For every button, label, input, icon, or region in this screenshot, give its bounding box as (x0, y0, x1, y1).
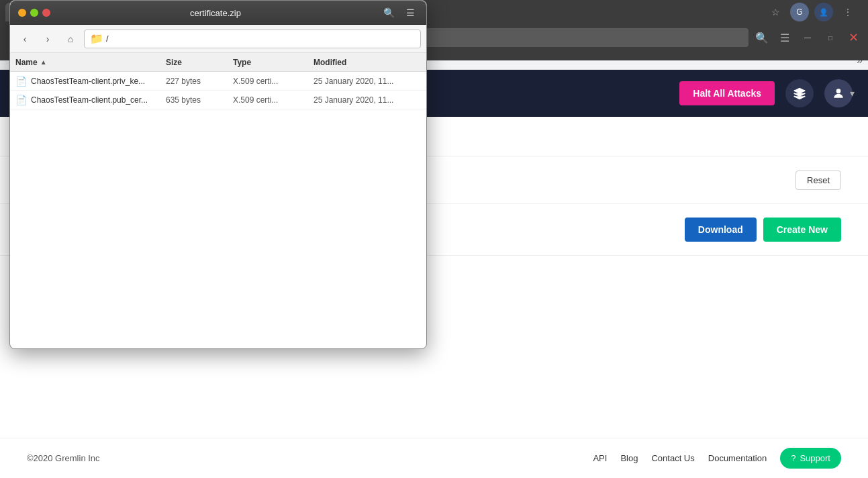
user-avatar-button[interactable] (824, 79, 853, 107)
fm-cell-size-0: 227 bytes (166, 77, 233, 86)
fm-traffic-lights (18, 9, 50, 17)
fm-col-name-label: Name (15, 58, 38, 67)
fm-col-modified-header[interactable]: Modified (314, 58, 421, 67)
fm-nav: ‹ › ⌂ 📁 / (10, 25, 426, 53)
fm-menu-icon[interactable]: ☰ (402, 5, 418, 21)
fm-col-size-label: Size (166, 58, 182, 67)
user-menu-chevron[interactable]: ▾ (850, 88, 855, 99)
star-icon[interactable]: ☆ (766, 3, 785, 21)
fm-cell-type-1: X.509 certi... (233, 95, 314, 105)
fm-location-bar[interactable]: 📁 / (84, 30, 421, 48)
fm-col-type-header[interactable]: Type (233, 58, 314, 67)
documentation-link[interactable]: Documentation (708, 453, 767, 463)
fm-filename-1: ChaosTestTeam-client.pub_cer... (31, 95, 148, 105)
reset-action: Reset (795, 171, 841, 190)
cert-actions: Download Create New (685, 218, 841, 242)
browser-menu-icon[interactable]: ⋮ (838, 3, 857, 21)
fm-search-icon[interactable]: 🔍 (381, 5, 397, 21)
reset-button[interactable]: Reset (795, 171, 841, 190)
fm-close-button[interactable] (42, 9, 50, 17)
blog-link[interactable]: Blog (620, 453, 638, 463)
fm-forward-button[interactable]: › (38, 30, 57, 48)
fm-col-modified-label: Modified (314, 58, 346, 67)
fm-home-button[interactable]: ⌂ (61, 30, 80, 48)
svg-point-6 (836, 89, 841, 93)
fm-window-title: certificate.zip (56, 8, 375, 18)
fm-cell-type-0: X.509 certi... (233, 77, 314, 86)
contact-link[interactable]: Contact Us (651, 453, 694, 463)
fm-cell-modified-0: 25 January 2020, 11... (314, 77, 421, 86)
fm-back-button[interactable]: ‹ (15, 30, 34, 48)
fm-cell-modified-1: 25 January 2020, 11... (314, 95, 421, 105)
sort-arrow-icon: ▲ (40, 58, 47, 66)
fm-cell-name-0: 📄 ChaosTestTeam-client.priv_ke... (15, 76, 166, 87)
fm-cell-size-1: 635 bytes (166, 95, 233, 105)
fm-col-size-header[interactable]: Size (166, 58, 233, 67)
fm-col-name-header[interactable]: Name ▲ (15, 58, 166, 67)
fm-minimize-button[interactable] (18, 9, 26, 17)
fm-file-icon-0: 📄 (15, 76, 27, 87)
file-manager-window: certificate.zip 🔍 ☰ ‹ › ⌂ 📁 / Name ▲ Siz… (9, 0, 427, 349)
create-new-button[interactable]: Create New (763, 218, 841, 242)
support-label: Support (800, 453, 830, 463)
nav-menu-icon[interactable]: ☰ (775, 28, 794, 47)
search-icon[interactable]: 🔍 (753, 28, 771, 47)
profile-avatar[interactable]: G (790, 3, 809, 21)
close-button[interactable]: ✕ (844, 28, 863, 47)
fm-cell-name-1: 📄 ChaosTestTeam-client.pub_cer... (15, 95, 166, 105)
minimize-button[interactable]: ─ (798, 28, 817, 47)
api-link[interactable]: API (593, 453, 607, 463)
maximize-button[interactable]: □ (821, 28, 840, 47)
support-icon: ? (791, 453, 795, 463)
copyright-text: ©2020 Gremlin Inc (27, 453, 100, 463)
fm-maximize-button[interactable] (30, 9, 38, 17)
fm-filename-0: ChaosTestTeam-client.priv_ke... (31, 77, 145, 86)
layers-icon-button[interactable] (785, 79, 814, 107)
page-footer: ©2020 Gremlin Inc API Blog Contact Us Do… (0, 438, 868, 478)
halt-all-attacks-button[interactable]: Halt All Attacks (679, 81, 775, 105)
fm-table-header: Name ▲ Size Type Modified (10, 53, 426, 72)
fm-table-body: 📄 ChaosTestTeam-client.priv_ke... 227 by… (10, 72, 426, 273)
profile-avatar-2[interactable]: 👤 (814, 3, 833, 21)
fm-folder-icon: 📁 (90, 32, 103, 45)
fm-col-type-label: Type (233, 58, 251, 67)
fm-titlebar: certificate.zip 🔍 ☰ (10, 1, 426, 25)
fm-file-icon-1: 📄 (15, 95, 27, 105)
download-button[interactable]: Download (685, 218, 757, 242)
table-row[interactable]: 📄 ChaosTestTeam-client.priv_ke... 227 by… (10, 72, 426, 91)
support-button[interactable]: ? Support (780, 448, 841, 469)
fm-location-path: / (106, 34, 109, 44)
footer-links: API Blog Contact Us Documentation ? Supp… (593, 448, 841, 469)
table-row[interactable]: 📄 ChaosTestTeam-client.pub_cer... 635 by… (10, 91, 426, 109)
